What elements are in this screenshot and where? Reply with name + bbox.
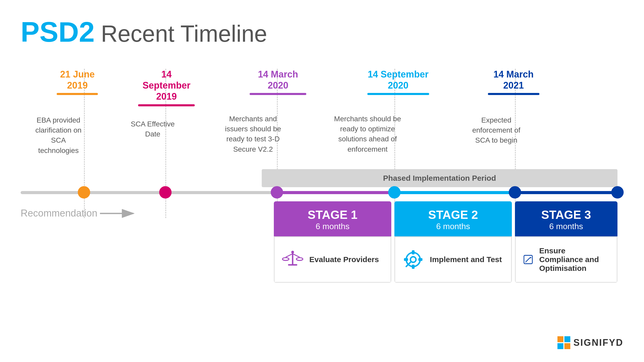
svg-marker-20 xyxy=(530,257,531,258)
desc-col-5: Expected enforcement of SCA to begin xyxy=(467,115,526,145)
timeline-area: 21 June 2019 14 September 2019 14 March … xyxy=(21,69,623,300)
date-label-4: 14 September 2020 xyxy=(367,69,429,91)
desc-col-2: SCA Effective Date xyxy=(123,119,182,139)
phased-bar: Phased Implementation Period xyxy=(262,169,617,187)
dot-5 xyxy=(509,186,521,199)
title-section: PSD2 Recent Timeline xyxy=(21,15,623,48)
dot-1 xyxy=(78,186,90,199)
date-label-5: 14 March 2021 xyxy=(488,69,539,91)
date-underline-3 xyxy=(250,93,306,95)
timeline-line-cyan xyxy=(394,191,515,194)
dot-end xyxy=(611,186,624,199)
stage1-icon xyxy=(281,248,304,271)
svg-line-19 xyxy=(526,261,526,262)
stage3-header: STAGE 3 6 months xyxy=(515,201,617,236)
stage1-title: STAGE 1 xyxy=(308,208,357,222)
date-col-1: 21 June 2019 xyxy=(57,69,98,95)
signifyd-logo: SIGNIFYD xyxy=(557,336,623,349)
recommendation-text: Recommendation xyxy=(21,208,97,219)
stage2-box: STAGE 2 6 months Implement and Test xyxy=(394,201,512,283)
recommendation-arrow xyxy=(100,208,139,219)
stage1-action: Evaluate Providers xyxy=(309,255,379,264)
stage3-title: STAGE 3 xyxy=(541,208,591,222)
date-col-4: 14 September 2020 xyxy=(367,69,429,95)
grid-cell-blue-tr xyxy=(564,336,570,342)
timeline-line-gray xyxy=(21,191,274,194)
dot-4 xyxy=(388,186,401,199)
page: PSD2 Recent Timeline 21 June 2019 14 Sep… xyxy=(0,0,644,362)
svg-point-6 xyxy=(282,258,289,261)
stage3-months: 6 months xyxy=(549,222,583,231)
dot-3 xyxy=(271,186,283,199)
svg-line-5 xyxy=(293,254,300,257)
stage2-content: Implement and Test xyxy=(394,236,512,283)
stage3-icon xyxy=(522,248,534,271)
svg-rect-14 xyxy=(418,258,422,261)
stage3-content: Ensure Compliance and Optimisation xyxy=(515,236,617,283)
stage2-header: STAGE 2 6 months xyxy=(394,201,512,236)
date-underline-4 xyxy=(367,93,429,95)
recommendation-section: Recommendation xyxy=(21,208,139,219)
stage1-content: Evaluate Providers xyxy=(274,236,391,283)
stage2-months: 6 months xyxy=(436,222,470,231)
date-label-2: 14 September 2019 xyxy=(138,69,195,102)
svg-rect-13 xyxy=(404,258,408,261)
grid-cell-orange-br xyxy=(564,343,570,349)
date-underline-1 xyxy=(57,93,98,95)
stage1-box: STAGE 1 6 months xyxy=(274,201,391,283)
grid-cell-blue-bl xyxy=(557,343,563,349)
svg-rect-12 xyxy=(412,265,414,269)
stage1-months: 6 months xyxy=(316,222,350,231)
svg-point-10 xyxy=(410,257,416,262)
desc-col-4: Merchants should be ready to optimize so… xyxy=(334,114,401,154)
timeline-line-purple xyxy=(274,191,394,194)
svg-point-7 xyxy=(296,258,303,261)
signifyd-text: SIGNIFYD xyxy=(573,337,623,348)
stage3-action: Ensure Compliance and Optimisation xyxy=(539,246,610,273)
stage1-header: STAGE 1 6 months xyxy=(274,201,391,236)
date-col-3: 14 March 2020 xyxy=(250,69,306,95)
svg-line-17 xyxy=(526,258,530,261)
date-col-2: 14 September 2019 xyxy=(138,69,195,106)
stage3-box: STAGE 3 6 months Ensure Compliance and O… xyxy=(515,201,617,283)
date-col-5: 14 March 2021 xyxy=(488,69,539,95)
desc-col-1: EBA provided clarification on SCA techno… xyxy=(33,115,84,156)
stage2-icon xyxy=(402,248,425,271)
stage2-title: STAGE 2 xyxy=(428,208,478,222)
title-psd2: PSD2 xyxy=(21,16,95,48)
date-label-3: 14 March 2020 xyxy=(250,69,306,91)
date-underline-5 xyxy=(488,93,539,95)
signifyd-grid-icon xyxy=(557,336,570,349)
desc-col-3: Merchants and issuers should be ready to… xyxy=(219,114,286,154)
svg-rect-11 xyxy=(412,250,414,254)
date-label-1: 21 June 2019 xyxy=(57,69,98,91)
svg-rect-8 xyxy=(288,264,297,265)
timeline-line-darkblue xyxy=(515,191,623,194)
phased-bar-label: Phased Implementation Period xyxy=(383,174,496,183)
grid-cell-orange-tl xyxy=(557,336,563,342)
title-rest: Recent Timeline xyxy=(101,21,267,47)
dot-2 xyxy=(159,186,172,199)
svg-line-4 xyxy=(286,254,293,257)
stage2-action: Implement and Test xyxy=(430,255,502,264)
date-underline-2 xyxy=(138,104,195,106)
